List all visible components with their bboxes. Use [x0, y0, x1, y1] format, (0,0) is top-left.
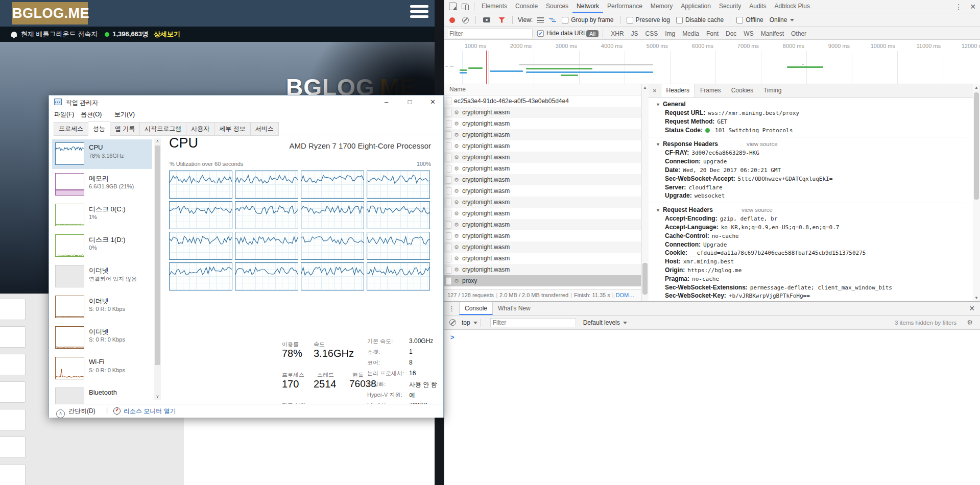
table-row[interactable]: ⚙cryptonight.wasm	[444, 219, 641, 230]
scroll-down-icon[interactable]: ▼	[973, 296, 980, 300]
use-small-rows-icon[interactable]	[537, 17, 544, 23]
sidebar-scrollbar[interactable]: ∧ ∨	[154, 138, 161, 400]
filter-type-font[interactable]: Font	[706, 30, 719, 37]
details-tab-cookies[interactable]: Cookies	[726, 84, 758, 97]
list-item[interactable]	[0, 464, 26, 485]
menu-item[interactable]: 옵션(O)	[81, 110, 102, 119]
list-item[interactable]	[0, 409, 26, 430]
filter-type-media[interactable]: Media	[682, 30, 699, 37]
scrollbar-thumb[interactable]	[155, 146, 160, 365]
table-row[interactable]: ⚙cryptonight.wasm	[444, 140, 641, 152]
scroll-up-icon[interactable]: ▲	[973, 85, 980, 90]
menu-item[interactable]: 보기(V)	[114, 110, 135, 119]
table-row[interactable]: ⚙cryptonight.wasm	[444, 197, 641, 208]
table-row[interactable]: ⚙cryptonight.wasm	[444, 152, 641, 163]
tab-console[interactable]: Console	[459, 302, 493, 315]
console-output[interactable]: >	[444, 330, 980, 485]
sidebar-item-memory[interactable]: 메모리6.6/31.9GB (21%)	[52, 170, 152, 200]
tab-서비스[interactable]: 서비스	[250, 122, 279, 136]
console-prompt[interactable]: >	[444, 330, 980, 341]
sidebar-item-bt[interactable]: Bluetooth	[52, 384, 152, 404]
table-row[interactable]: ⚙cryptonight.wasm	[444, 230, 641, 241]
table-row[interactable]: ec25a3e4-91dc-462e-a0f5-43e0eb05d4e4	[444, 95, 641, 107]
close-details-icon[interactable]: ×	[649, 87, 661, 94]
table-row[interactable]: ⚙cryptonight.wasm	[444, 107, 641, 118]
site-logo[interactable]: BGLOG.ME	[12, 2, 88, 25]
table-row[interactable]: ⚙cryptonight.wasm	[444, 118, 641, 129]
table-row[interactable]: ⚙cryptonight.wasm	[444, 129, 641, 140]
scroll-up-icon[interactable]: ▲	[641, 85, 649, 90]
checkbox-icon[interactable]	[562, 17, 568, 23]
scrollbar-thumb[interactable]	[974, 92, 979, 200]
devtools-tab-adblock-plus[interactable]: Adblock Plus	[771, 0, 814, 13]
record-network-log-button[interactable]	[449, 17, 455, 23]
more-options-icon[interactable]: ⋮	[951, 3, 966, 11]
close-button[interactable]: ✕	[421, 95, 444, 109]
device-toolbar-icon[interactable]	[462, 3, 469, 10]
fewer-details-button[interactable]: ∧간단히(D)	[56, 407, 95, 418]
inspect-element-icon[interactable]	[449, 3, 457, 10]
details-pane-scrollbar[interactable]: ▲ ▼	[973, 84, 980, 301]
table-row[interactable]: ⚙cryptonight.wasm	[444, 174, 641, 185]
sidebar-item-eth-off[interactable]: 이더넷연결되어 있지 않음	[52, 262, 152, 292]
scroll-down-icon[interactable]: ∨	[154, 394, 161, 400]
devtools-tab-audits[interactable]: Audits	[745, 0, 770, 13]
details-tab-timing[interactable]: Timing	[758, 84, 787, 97]
table-row[interactable]: ⚙cryptonight.wasm	[444, 185, 641, 197]
devtools-close-icon[interactable]: ✕	[966, 3, 980, 11]
menu-item[interactable]: 파일(F)	[54, 110, 74, 119]
sidebar-item-wifi[interactable]: Wi-FiS: 0 R: 0 Kbps	[52, 354, 152, 383]
devtools-tab-console[interactable]: Console	[511, 0, 542, 13]
minimize-button[interactable]: –	[375, 95, 398, 109]
console-filter-input[interactable]	[490, 318, 576, 327]
devtools-tab-performance[interactable]: Performance	[603, 0, 647, 13]
list-item[interactable]	[0, 299, 26, 320]
maximize-button[interactable]: □	[398, 95, 421, 109]
show-overview-icon[interactable]	[549, 17, 556, 23]
filter-type-css[interactable]: CSS	[646, 30, 658, 37]
network-overview-timeline[interactable]: 1000 ms2000 ms3000 ms4000 ms5000 ms6000 …	[444, 40, 980, 84]
resource-monitor-link[interactable]: 리소스 모니터 열기	[113, 407, 176, 416]
sidebar-item-eth[interactable]: 이더넷S: 0 R: 0 Kbps	[52, 323, 152, 353]
filter-type-js[interactable]: JS	[631, 30, 638, 37]
devtools-tab-network[interactable]: Network	[572, 0, 603, 13]
filter-type-all[interactable]: All	[586, 30, 599, 37]
table-row[interactable]: ⚙proxy	[444, 275, 641, 286]
filter-type-manifest[interactable]: Manifest	[761, 30, 784, 37]
filter-icon[interactable]	[498, 17, 505, 23]
name-column-header[interactable]: Name	[444, 84, 641, 95]
sidebar-item-disk[interactable]: 디스크 1(D:)0%	[52, 231, 152, 261]
devtools-tab-memory[interactable]: Memory	[647, 0, 677, 13]
checkbox-checked-icon[interactable]: ✓	[537, 30, 544, 37]
table-row[interactable]: ⚙cryptonight.wasm	[444, 253, 641, 264]
list-item[interactable]	[0, 436, 26, 458]
scrollbar-thumb[interactable]	[642, 263, 648, 295]
view-source-link[interactable]: view source	[742, 207, 773, 213]
disable-cache-checkbox[interactable]: Disable cache	[676, 16, 724, 23]
console-settings-icon[interactable]: ⚙	[967, 319, 973, 326]
tab-앱 기록[interactable]: 앱 기록	[110, 122, 140, 136]
hide-data-urls-checkbox[interactable]: ✓Hide data URLs	[537, 30, 590, 37]
checkbox-icon[interactable]	[627, 17, 633, 23]
filter-type-img[interactable]: Img	[665, 30, 675, 37]
list-item[interactable]	[0, 381, 26, 403]
group-by-frame-checkbox[interactable]: Group by frame	[562, 16, 613, 23]
devtools-tab-application[interactable]: Application	[677, 0, 715, 13]
tab-세부 정보[interactable]: 세부 정보	[214, 122, 250, 136]
throttling-dropdown[interactable]: Online	[770, 16, 795, 23]
preserve-log-checkbox[interactable]: Preserve log	[627, 16, 670, 23]
devtools-tab-sources[interactable]: Sources	[542, 0, 572, 13]
checkbox-icon[interactable]	[736, 17, 743, 23]
scroll-up-icon[interactable]: ∧	[154, 138, 161, 144]
details-tab-headers[interactable]: Headers	[661, 84, 695, 97]
filter-type-xhr[interactable]: XHR	[611, 30, 624, 37]
list-item[interactable]	[0, 326, 26, 348]
list-item[interactable]	[0, 354, 26, 375]
drawer-close-icon[interactable]: ✕	[964, 304, 980, 312]
taskmgr-titlebar[interactable]: 작업 관리자 – □ ✕	[49, 95, 443, 109]
details-link[interactable]: 상세보기	[154, 30, 180, 38]
table-row[interactable]: ⚙cryptonight.wasm	[444, 241, 641, 253]
request-list-scrollbar[interactable]: ▲	[641, 84, 649, 301]
table-row[interactable]: ⚙cryptonight.wasm	[444, 264, 641, 275]
filter-type-other[interactable]: Other	[791, 30, 806, 37]
